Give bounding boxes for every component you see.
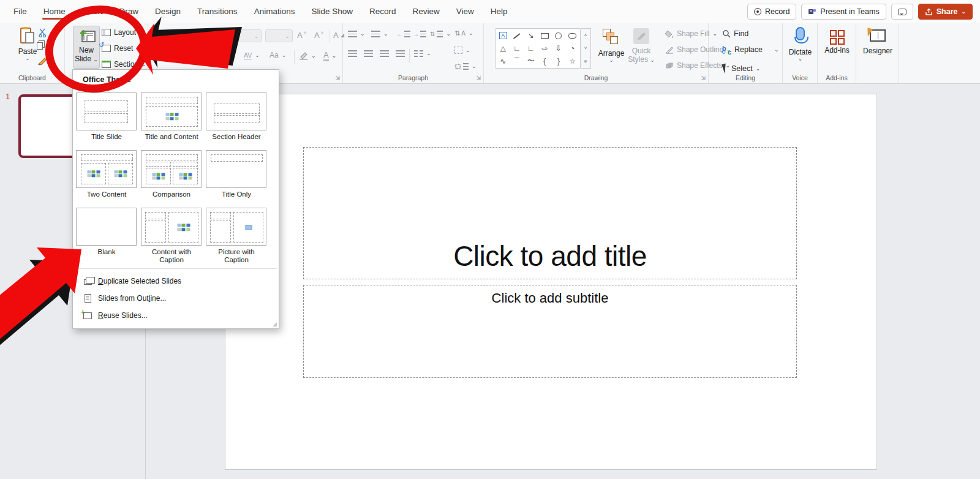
columns-button[interactable]: ⌄ <box>414 50 431 57</box>
chevron-down-icon: ⌄ <box>139 30 144 36</box>
copy-button[interactable]: ⌄ <box>37 42 50 50</box>
justify-button[interactable] <box>396 50 405 57</box>
reuse-slides-item[interactable]: Reuse Slides... <box>73 307 280 324</box>
text-direction-button[interactable]: ⇅A⌄ <box>454 29 473 37</box>
gallery-more-icon[interactable]: ≡ <box>584 59 587 64</box>
layout-two-content[interactable]: Two Content <box>76 150 137 198</box>
slide-canvas[interactable]: Click to add title Click to add subtitle <box>225 94 877 470</box>
layout-section-header[interactable]: Section Header <box>206 92 267 141</box>
drawing-group-label: Drawing <box>484 74 708 81</box>
paragraph-group-label: Paragraph <box>343 74 483 81</box>
title-placeholder[interactable]: Click to add title <box>303 147 797 279</box>
shrink-font-button[interactable]: A˅ <box>314 31 323 40</box>
line-spacing-button[interactable]: ⇅⌄ <box>430 31 451 37</box>
rounded-rectangle-shape-icon[interactable] <box>567 29 578 42</box>
character-spacing-button[interactable]: AV⌄ <box>244 51 260 59</box>
layout-title-only[interactable]: Title Only <box>206 150 267 198</box>
align-center-button[interactable] <box>364 50 373 57</box>
scribble-shape-icon[interactable]: ∿ <box>497 55 508 67</box>
convert-smartart-button[interactable]: ⮔⌄ <box>454 62 477 70</box>
voice-group-label: Voice <box>783 74 817 81</box>
tab-file[interactable]: File <box>13 7 27 16</box>
paragraph-dialog-launcher[interactable]: ⇲ <box>476 75 481 81</box>
find-button[interactable]: Find <box>722 29 748 38</box>
dictate-button[interactable]: Dictate ⌄ <box>783 27 818 62</box>
align-text-button[interactable]: ⌄ <box>454 47 470 54</box>
tab-record[interactable]: Record <box>369 7 396 16</box>
new-slide-label-1: New <box>74 46 99 55</box>
font-color-button[interactable]: A ⌄ <box>323 50 336 61</box>
align-left-button[interactable] <box>348 50 357 57</box>
triangle-shape-icon[interactable]: △ <box>497 42 508 55</box>
share-button[interactable]: Share ⌄ <box>918 4 973 20</box>
down-arrow-shape-icon[interactable]: ⇩ <box>553 42 564 55</box>
decrease-indent-button[interactable]: ← <box>397 31 410 37</box>
subtitle-placeholder[interactable]: Click to add subtitle <box>303 285 797 378</box>
right-brace-shape-icon[interactable]: } <box>553 55 564 67</box>
right-arrow-shape-icon[interactable]: ⇨ <box>539 42 550 55</box>
paste-button[interactable]: Paste ⌄ <box>17 26 38 63</box>
paragraph-group: ⌄ ⌄ ← → ⇅⌄ ⌄ ⇅A⌄ ⌄ ⮔⌄ Paragraph ⇲ <box>343 23 484 83</box>
replace-button[interactable]: b c ⟲ Replace ⌄ <box>722 45 778 54</box>
elbow-connector-icon[interactable]: ∟ <box>511 42 522 55</box>
record-button[interactable]: Record <box>747 4 796 20</box>
curve-shape-icon[interactable]: ⌒ <box>511 55 522 67</box>
tab-insert[interactable]: Insert <box>82 7 103 16</box>
outline-document-icon <box>85 294 91 303</box>
font-dialog-launcher[interactable]: ⇲ <box>335 75 340 81</box>
layout-blank[interactable]: Blank <box>76 208 137 256</box>
bullets-button[interactable]: ⌄ <box>348 31 365 37</box>
text-highlight-button[interactable]: ⌄ <box>299 51 316 60</box>
font-size-combobox[interactable]: ⌄ <box>265 29 293 42</box>
arrange-button[interactable]: Arrange ⌄ <box>597 28 625 63</box>
tab-home[interactable]: Home <box>43 7 66 16</box>
star-shape-icon[interactable]: ☆ <box>567 55 578 67</box>
font-name-combobox[interactable]: ⌄ <box>202 29 262 42</box>
designer-button[interactable]: Designer <box>856 29 899 55</box>
rectangle-shape-icon[interactable] <box>539 29 550 42</box>
slides-from-outline-item[interactable]: Slides from Outline... <box>73 290 280 307</box>
arrow-shape-icon[interactable]: ↘ <box>526 29 537 42</box>
oval-shape-icon[interactable] <box>553 29 564 42</box>
shapes-gallery[interactable]: A ↘ △ ∟ ∟ ⇨ ⇩ ◔ ∿ ⌒ 〜 { } ☆ <box>495 28 581 69</box>
comments-button[interactable] <box>891 4 913 20</box>
layout-button[interactable]: Layout ⌄ <box>102 28 144 37</box>
tab-transitions[interactable]: Transitions <box>197 7 238 16</box>
tab-animations[interactable]: Animations <box>254 7 295 16</box>
layout-picture-with-caption[interactable]: Picture with Caption <box>206 208 267 264</box>
layout-comparison[interactable]: Comparison <box>141 150 202 198</box>
increase-indent-button[interactable]: → <box>413 31 426 37</box>
elbow-arrow-connector-icon[interactable]: ∟ <box>526 42 537 55</box>
layout-title-and-content[interactable]: Title and Content <box>141 92 202 141</box>
layout-title-slide[interactable]: Title Slide <box>76 92 137 141</box>
align-right-button[interactable] <box>380 50 389 57</box>
tab-design[interactable]: Design <box>155 7 181 16</box>
tab-review[interactable]: Review <box>413 7 440 16</box>
format-painter-button[interactable] <box>37 57 47 69</box>
quick-styles-button[interactable]: Quick Styles ⌄ <box>627 28 656 64</box>
present-in-teams-button[interactable]: Present in Teams <box>801 4 886 20</box>
line-shape-icon[interactable] <box>511 29 522 42</box>
drawing-dialog-launcher[interactable]: ⇲ <box>701 75 706 81</box>
new-slide-button[interactable]: New Slide ⌄ <box>73 26 100 69</box>
tab-view[interactable]: View <box>456 7 474 16</box>
tab-draw[interactable]: Draw <box>119 7 139 16</box>
arc-shape-icon[interactable]: 〜 <box>526 55 537 67</box>
text-box-shape-icon[interactable]: A <box>497 29 508 42</box>
numbering-button[interactable]: ⌄ <box>371 31 388 37</box>
pie-shape-icon[interactable]: ◔ <box>567 42 578 55</box>
addins-button[interactable]: Add-ins <box>818 28 856 55</box>
section-button[interactable]: Section ⌄ <box>102 60 146 69</box>
scroll-up-icon[interactable]: ˄ <box>584 32 587 38</box>
layout-content-with-caption[interactable]: Content with Caption <box>141 208 202 264</box>
change-case-button[interactable]: Aa⌄ <box>270 51 286 59</box>
duplicate-selected-slides-item[interactable]: Duplicate Selected Slides <box>73 273 280 290</box>
scroll-down-icon[interactable]: ˅ <box>584 45 587 51</box>
left-brace-shape-icon[interactable]: { <box>539 55 550 67</box>
cut-button[interactable] <box>38 28 47 40</box>
reset-button[interactable]: Reset <box>102 44 133 53</box>
grow-font-button[interactable]: A˄ <box>297 31 306 40</box>
shapes-gallery-scrollbar[interactable]: ˄ ˅ ≡ <box>581 28 591 69</box>
tab-slide-show[interactable]: Slide Show <box>311 7 353 16</box>
tab-help[interactable]: Help <box>491 7 508 16</box>
